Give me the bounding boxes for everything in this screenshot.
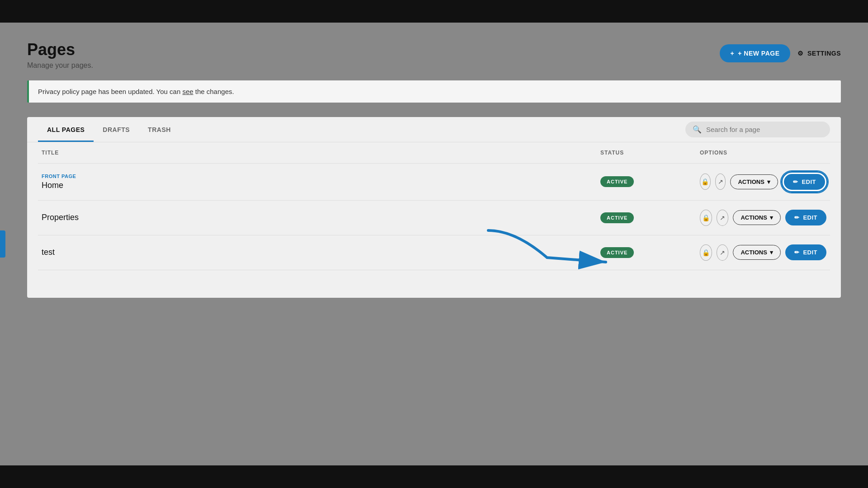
header-actions: + + NEW PAGE ⚙ SETTINGS bbox=[720, 44, 841, 62]
row-options-test: 🔒 ↗ ACTIONS ▾ ✏ EDIT bbox=[700, 244, 826, 261]
actions-label: ACTIONS bbox=[741, 249, 767, 256]
notification-suffix: the changes. bbox=[193, 88, 234, 95]
table-row: Properties ACTIVE 🔒 ↗ ACTIONS ▾ bbox=[38, 201, 830, 235]
new-page-button[interactable]: + + NEW PAGE bbox=[720, 44, 791, 62]
edit-pencil-icon: ✏ bbox=[794, 249, 800, 256]
settings-button[interactable]: ⚙ SETTINGS bbox=[797, 50, 841, 57]
top-bar bbox=[0, 0, 868, 23]
col-status-header: STATUS bbox=[600, 150, 700, 156]
row-title-properties: Properties bbox=[42, 213, 600, 222]
notification-text: Privacy policy page has been updated. Yo… bbox=[38, 88, 182, 95]
notification-link[interactable]: see bbox=[182, 88, 193, 95]
bottom-bar bbox=[0, 465, 868, 488]
actions-label: ACTIONS bbox=[741, 214, 767, 221]
table-row: FRONT PAGE Home ACTIVE 🔒 ↗ ACTIONS ▾ bbox=[38, 164, 830, 201]
actions-button-properties[interactable]: ACTIONS ▾ bbox=[733, 210, 781, 225]
page-title: Pages bbox=[27, 41, 93, 59]
plus-icon: + bbox=[731, 50, 735, 57]
search-input[interactable] bbox=[706, 126, 823, 133]
edit-pencil-icon: ✏ bbox=[794, 214, 800, 221]
row-status-home: ACTIVE bbox=[600, 176, 700, 187]
search-box: 🔍 bbox=[685, 122, 830, 137]
lock-button-properties[interactable]: 🔒 bbox=[700, 210, 712, 226]
col-title-header: TITLE bbox=[42, 150, 600, 156]
new-page-label: + NEW PAGE bbox=[738, 50, 779, 57]
chevron-down-icon: ▾ bbox=[770, 214, 773, 221]
lock-icon: 🔒 bbox=[702, 249, 710, 256]
status-badge-home: ACTIVE bbox=[600, 176, 634, 187]
edit-button-test[interactable]: ✏ EDIT bbox=[785, 244, 826, 260]
page-name-properties: Properties bbox=[42, 213, 600, 222]
search-icon: 🔍 bbox=[693, 125, 702, 134]
external-link-icon: ↗ bbox=[718, 178, 723, 185]
status-badge-properties: ACTIVE bbox=[600, 212, 634, 223]
page-name-test: test bbox=[42, 248, 600, 257]
page-header: Pages Manage your pages. + + NEW PAGE ⚙ … bbox=[27, 41, 841, 70]
chevron-down-icon: ▾ bbox=[767, 178, 770, 185]
page-subtitle: Manage your pages. bbox=[27, 61, 93, 70]
gear-icon: ⚙ bbox=[797, 50, 804, 57]
notification-banner: Privacy policy page has been updated. Yo… bbox=[27, 80, 841, 103]
col-options-header: OPTIONS bbox=[700, 150, 826, 156]
edit-button-home[interactable]: ✏ EDIT bbox=[783, 173, 826, 191]
external-link-button-home[interactable]: ↗ bbox=[715, 174, 726, 190]
tab-trash[interactable]: TRASH bbox=[139, 117, 180, 142]
chevron-down-icon: ▾ bbox=[770, 249, 773, 256]
table-container: TITLE STATUS OPTIONS FRONT PAGE Home ACT… bbox=[27, 142, 841, 270]
external-link-icon: ↗ bbox=[720, 249, 725, 256]
lock-icon: 🔒 bbox=[701, 178, 709, 185]
lock-button-home[interactable]: 🔒 bbox=[700, 174, 711, 190]
row-status-test: ACTIVE bbox=[600, 247, 700, 258]
page-name-home: Home bbox=[42, 181, 600, 190]
edit-label: EDIT bbox=[802, 178, 816, 185]
external-link-button-test[interactable]: ↗ bbox=[717, 244, 729, 261]
row-title-test: test bbox=[42, 248, 600, 257]
table-row: test ACTIVE 🔒 ↗ ACTIONS ▾ bbox=[38, 235, 830, 270]
status-badge-test: ACTIVE bbox=[600, 247, 634, 258]
edit-button-properties[interactable]: ✏ EDIT bbox=[785, 210, 826, 225]
edit-label: EDIT bbox=[803, 249, 817, 256]
row-status-properties: ACTIVE bbox=[600, 212, 700, 223]
tab-all-pages[interactable]: ALL PAGES bbox=[38, 117, 94, 142]
tab-drafts[interactable]: DRAFTS bbox=[94, 117, 139, 142]
left-handle bbox=[0, 230, 5, 258]
edit-pencil-icon: ✏ bbox=[793, 178, 798, 185]
row-options-home: 🔒 ↗ ACTIONS ▾ ✏ EDIT bbox=[700, 173, 826, 191]
external-link-icon: ↗ bbox=[720, 214, 725, 221]
page-label-front: FRONT PAGE bbox=[42, 174, 600, 179]
external-link-button-properties[interactable]: ↗ bbox=[717, 210, 729, 226]
tabs: ALL PAGES DRAFTS TRASH bbox=[38, 117, 180, 142]
row-title-home: FRONT PAGE Home bbox=[42, 174, 600, 190]
actions-label: ACTIONS bbox=[738, 178, 764, 185]
table-header: TITLE STATUS OPTIONS bbox=[38, 142, 830, 164]
settings-label: SETTINGS bbox=[807, 50, 841, 57]
tabs-row: ALL PAGES DRAFTS TRASH 🔍 bbox=[27, 117, 841, 142]
edit-label: EDIT bbox=[803, 214, 817, 221]
row-options-properties: 🔒 ↗ ACTIONS ▾ ✏ EDIT bbox=[700, 210, 826, 226]
header-left: Pages Manage your pages. bbox=[27, 41, 93, 70]
actions-button-home[interactable]: ACTIONS ▾ bbox=[730, 174, 778, 189]
actions-button-test[interactable]: ACTIONS ▾ bbox=[733, 245, 781, 260]
lock-button-test[interactable]: 🔒 bbox=[700, 244, 712, 261]
lock-icon: 🔒 bbox=[702, 214, 710, 221]
pages-panel: ALL PAGES DRAFTS TRASH 🔍 TITLE STATUS OP… bbox=[27, 117, 841, 298]
